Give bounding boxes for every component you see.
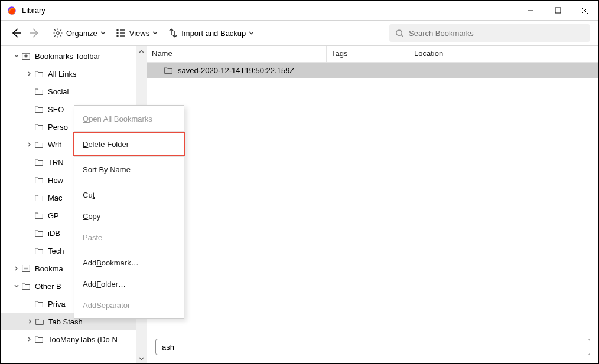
folder-icon (34, 104, 44, 114)
sidebar-item-label: SEO (48, 105, 64, 114)
sidebar-item-label: Other B (35, 282, 61, 291)
context-menu-separator (74, 131, 184, 132)
sidebar-item-label: Tech (48, 247, 64, 255)
sidebar-item[interactable]: Social (1, 83, 136, 100)
toolbar: Organize Views Import and Backup (1, 21, 598, 45)
main-pane: Name Tags Location saved-2020-12-14T19:5… (147, 46, 598, 363)
sidebar-item-label: TRN (48, 158, 64, 167)
views-menu[interactable]: Views (113, 25, 161, 41)
window-title: Library (22, 6, 45, 15)
list-icon (116, 28, 126, 38)
folder-icon (34, 175, 44, 185)
chevron-down-icon (100, 31, 106, 35)
titlebar: Library (1, 1, 598, 21)
chevron-right-icon[interactable] (25, 336, 34, 342)
chevron-down-icon[interactable] (12, 53, 21, 59)
maximize-button[interactable] (544, 1, 571, 20)
sidebar-item-label: Writ (48, 140, 61, 149)
chevron-right-icon[interactable] (25, 71, 34, 77)
context-menu-separator (74, 250, 184, 250)
name-field[interactable]: ash (155, 339, 590, 355)
sidebar-item-label: Bookmarks Toolbar (35, 52, 100, 61)
folder-icon (34, 68, 44, 79)
search-icon (395, 29, 404, 38)
sidebar-item-label: Mac (48, 194, 63, 202)
chevron-right-icon[interactable] (12, 265, 21, 271)
chevron-down-icon (152, 31, 158, 35)
details-pane: ash (147, 334, 598, 363)
import-export-icon (168, 28, 178, 38)
context-menu: Open All BookmarksDelete FolderSort By N… (74, 105, 184, 319)
nav-forward-button[interactable] (28, 26, 42, 40)
import-backup-label: Import and Backup (181, 29, 246, 38)
name-field-value: ash (162, 343, 174, 352)
context-menu-item: Add Separator (74, 294, 184, 316)
scroll-up-icon[interactable] (136, 46, 147, 56)
firefox-icon (6, 5, 17, 16)
scroll-down-icon[interactable] (136, 353, 147, 363)
context-menu-item[interactable]: Delete Folder (74, 133, 184, 155)
chevron-right-icon[interactable] (26, 319, 34, 324)
folder-icon (34, 316, 45, 327)
folder-icon (34, 299, 44, 309)
context-menu-separator (74, 182, 184, 182)
chevron-down-icon (249, 31, 255, 35)
svg-point-5 (57, 32, 60, 35)
sidebar-item-label: Priva (48, 300, 66, 309)
nav-back-button[interactable] (9, 26, 23, 40)
organize-menu[interactable]: Organize (50, 25, 109, 41)
minimize-button[interactable] (517, 1, 544, 20)
column-location[interactable]: Location (409, 46, 598, 62)
folder-icon (34, 192, 44, 203)
svg-point-6 (117, 29, 118, 31)
context-menu-item[interactable]: Add Bookmark… (74, 252, 184, 273)
chevron-down-icon[interactable] (12, 283, 21, 289)
folder-icon (21, 281, 31, 291)
sidebar-item-label: GP (48, 211, 59, 220)
sidebar-item[interactable]: TooManyTabs (Do N (1, 330, 136, 348)
sidebar-item-label: Bookma (35, 264, 63, 273)
svg-rect-2 (555, 8, 561, 13)
folder-icon (34, 139, 44, 150)
context-menu-item[interactable]: Add Folder… (74, 273, 184, 294)
sidebar-item[interactable]: All Links (1, 65, 136, 83)
menu-folder-icon (21, 263, 31, 274)
folder-icon (164, 65, 173, 75)
gear-icon (53, 28, 63, 38)
sidebar-item[interactable]: Bookmarks Toolbar (1, 47, 136, 65)
folder-icon (34, 334, 44, 345)
svg-point-8 (117, 32, 118, 34)
column-headers[interactable]: Name Tags Location (147, 46, 598, 63)
star-folder-icon (21, 51, 31, 61)
list-item-name: saved-2020-12-14T19:50:22.159Z (178, 66, 294, 75)
context-menu-item[interactable]: Cut (74, 184, 184, 205)
search-box[interactable] (389, 24, 590, 42)
sidebar-item-label: TooManyTabs (Do N (48, 335, 118, 344)
import-backup-menu[interactable]: Import and Backup (165, 25, 257, 41)
search-input[interactable] (409, 29, 584, 38)
column-tags[interactable]: Tags (327, 46, 409, 62)
sidebar-item-label: Perso (48, 123, 68, 132)
list-item[interactable]: saved-2020-12-14T19:50:22.159Z (147, 63, 598, 78)
views-label: Views (129, 29, 149, 38)
column-name[interactable]: Name (147, 46, 327, 62)
folder-icon (34, 86, 44, 97)
context-menu-item[interactable]: Sort By Name (74, 159, 184, 180)
svg-point-10 (117, 35, 118, 37)
folder-icon (34, 228, 44, 238)
svg-point-12 (396, 29, 402, 35)
context-menu-item: Open All Bookmarks (74, 108, 184, 129)
organize-label: Organize (66, 29, 97, 38)
svg-line-13 (401, 35, 403, 37)
chevron-right-icon[interactable] (25, 142, 34, 147)
context-menu-item[interactable]: Copy (74, 205, 184, 227)
folder-icon (34, 122, 44, 132)
folder-icon (34, 157, 44, 168)
context-menu-item: Paste (74, 227, 184, 248)
sidebar-item-label: All Links (48, 70, 76, 78)
context-menu-separator (74, 156, 184, 157)
close-button[interactable] (571, 1, 598, 20)
bookmark-listing[interactable]: saved-2020-12-14T19:50:22.159Z (147, 63, 598, 334)
folder-icon (34, 210, 44, 221)
sidebar-item-label: Social (48, 87, 69, 96)
